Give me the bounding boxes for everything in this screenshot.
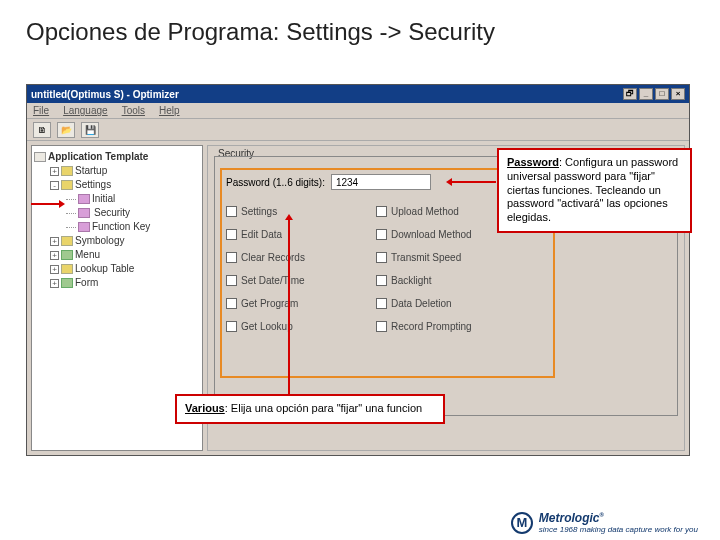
security-option[interactable]: Record Prompting	[376, 321, 516, 332]
titlebar: untitled(Optimus S) - Optimizer 🗗 _ □ ×	[27, 85, 689, 103]
toolbar-open-icon[interactable]: 📂	[57, 122, 75, 138]
security-option[interactable]: Clear Records	[226, 252, 366, 263]
password-label: Password (1..6 digits):	[226, 177, 325, 188]
callout-password: Password: Configura un password universa…	[497, 148, 692, 233]
minimize-button[interactable]: _	[639, 88, 653, 100]
annotation-arrow-icon	[288, 216, 290, 394]
tree-item[interactable]: +Lookup Table	[34, 262, 200, 276]
password-row: Password (1..6 digits):	[226, 174, 431, 190]
expand-toggle[interactable]: +	[50, 279, 59, 288]
callout-various: Various: Elija una opción para "fijar" u…	[175, 394, 445, 424]
folder-icon	[61, 264, 73, 274]
checkbox[interactable]	[376, 252, 387, 263]
slide-title: Opciones de Programa: Settings -> Securi…	[26, 18, 495, 46]
brand-footer: M Metrologic®since 1968 making data capt…	[511, 511, 698, 534]
folder-icon	[61, 180, 73, 190]
checkbox[interactable]	[226, 298, 237, 309]
checkbox[interactable]	[376, 229, 387, 240]
toolbar: 🗎 📂 💾	[27, 119, 689, 141]
security-options: Settings Upload Method Edit Data Downloa…	[226, 206, 516, 332]
menu-language[interactable]: Language	[63, 105, 108, 116]
security-option[interactable]: Settings	[226, 206, 366, 217]
security-option[interactable]: Get Program	[226, 298, 366, 309]
tree-item[interactable]: -Settings	[34, 178, 200, 192]
annotation-arrow-icon	[31, 203, 63, 205]
folder-icon	[78, 208, 90, 218]
menubar: File Language Tools Help	[27, 103, 689, 119]
security-option[interactable]: Download Method	[376, 229, 516, 240]
close-button[interactable]: ×	[671, 88, 685, 100]
checkbox[interactable]	[376, 298, 387, 309]
template-icon	[34, 152, 46, 162]
security-option[interactable]: Data Deletion	[376, 298, 516, 309]
callout-password-heading: Password	[507, 156, 559, 168]
brand-name: Metrologic®since 1968 making data captur…	[539, 511, 698, 534]
folder-icon	[61, 278, 73, 288]
checkbox[interactable]	[376, 321, 387, 332]
menu-help[interactable]: Help	[159, 105, 180, 116]
toolbar-save-icon[interactable]: 💾	[81, 122, 99, 138]
security-option[interactable]: Set Date/Time	[226, 275, 366, 286]
brand-logo-icon: M	[511, 512, 533, 534]
window-title: untitled(Optimus S) - Optimizer	[31, 89, 179, 100]
tree-item[interactable]: Function Key	[34, 220, 200, 234]
menu-file[interactable]: File	[33, 105, 49, 116]
folder-icon	[61, 236, 73, 246]
tree-item-security[interactable]: Security	[34, 206, 200, 220]
maximize-button[interactable]: □	[655, 88, 669, 100]
tree-item[interactable]: +Symbology	[34, 234, 200, 248]
checkbox[interactable]	[226, 252, 237, 263]
checkbox[interactable]	[226, 275, 237, 286]
checkbox[interactable]	[226, 229, 237, 240]
folder-icon	[61, 250, 73, 260]
password-input[interactable]	[331, 174, 431, 190]
annotation-arrow-icon	[448, 181, 496, 183]
menu-tools[interactable]: Tools	[122, 105, 145, 116]
expand-toggle[interactable]: +	[50, 167, 59, 176]
expand-toggle[interactable]: +	[50, 237, 59, 246]
security-option[interactable]: Get Lookup	[226, 321, 366, 332]
security-option[interactable]: Transmit Speed	[376, 252, 516, 263]
expand-toggle[interactable]: -	[50, 181, 59, 190]
callout-various-heading: Various	[185, 402, 225, 414]
tree-item[interactable]: +Menu	[34, 248, 200, 262]
tree-item[interactable]: +Startup	[34, 164, 200, 178]
slide: Opciones de Programa: Settings -> Securi…	[0, 0, 720, 540]
expand-toggle[interactable]: +	[50, 265, 59, 274]
callout-various-text: : Elija una opción para "fijar" una func…	[225, 402, 422, 414]
security-option[interactable]: Edit Data	[226, 229, 366, 240]
security-option[interactable]: Upload Method	[376, 206, 516, 217]
toolbar-new-icon[interactable]: 🗎	[33, 122, 51, 138]
checkbox[interactable]	[226, 206, 237, 217]
checkbox[interactable]	[376, 206, 387, 217]
window-controls: 🗗 _ □ ×	[623, 88, 685, 100]
folder-icon	[78, 194, 90, 204]
folder-icon	[61, 166, 73, 176]
expand-toggle[interactable]: +	[50, 251, 59, 260]
checkbox[interactable]	[376, 275, 387, 286]
security-option[interactable]: Backlight	[376, 275, 516, 286]
checkbox[interactable]	[226, 321, 237, 332]
tree-item[interactable]: +Form	[34, 276, 200, 290]
tree-root[interactable]: Application Template	[34, 150, 200, 164]
folder-icon	[78, 222, 90, 232]
restore-button[interactable]: 🗗	[623, 88, 637, 100]
